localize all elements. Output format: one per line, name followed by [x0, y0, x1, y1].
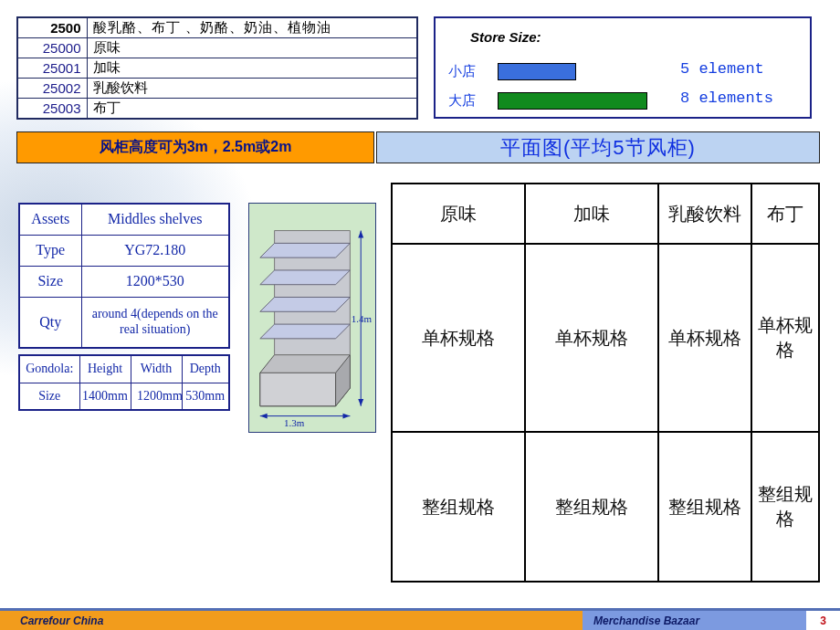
category-name: 酸乳酪、布丁 、奶酪、奶油、植物油	[87, 17, 417, 38]
plano-header: 乳酸饮料	[658, 184, 751, 244]
category-code: 25000	[17, 38, 87, 58]
category-name: 乳酸饮料	[87, 79, 417, 99]
gondola-v1: 1400mm	[79, 383, 131, 410]
footer-mid: Merchandise Bazaar	[583, 611, 806, 630]
svg-marker-6	[260, 298, 351, 312]
plano-cell: 单杯规格	[658, 244, 751, 432]
category-table: 2500 酸乳酪、布丁 、奶酪、奶油、植物油 25000 原味 25001 加味…	[16, 16, 418, 120]
shelf-width-label: 1.3m	[284, 417, 304, 428]
plano-cell: 单杯规格	[525, 244, 658, 432]
svg-marker-9	[358, 231, 363, 238]
table-row: 25003 布丁	[17, 99, 417, 120]
planogram-grid: 原味 加味 乳酸饮料 布丁 单杯规格 单杯规格 单杯规格 单杯规格 整组规格 整…	[391, 183, 820, 583]
assets-label: Assets	[19, 204, 81, 235]
footer-page-number: 3	[806, 611, 840, 630]
size-value: 1200*530	[81, 266, 229, 297]
svg-marker-13	[343, 414, 351, 419]
footer-left: Carrefour China	[0, 611, 583, 630]
plano-header: 布丁	[751, 184, 819, 244]
assets-value: Middles shelves	[81, 204, 229, 235]
svg-marker-1	[260, 373, 336, 405]
small-store-label: 小店	[448, 63, 498, 80]
category-name: 布丁	[87, 99, 417, 120]
type-value: YG72.180	[81, 235, 229, 266]
large-store-bar	[498, 92, 647, 110]
category-code: 25001	[17, 58, 87, 79]
svg-marker-4	[260, 243, 351, 257]
plano-cell: 单杯规格	[751, 244, 819, 432]
table-row: 25001 加味	[17, 58, 417, 79]
small-store-count: 5 element	[680, 60, 764, 78]
shelf-diagram: 1.4m 1.3m	[248, 203, 376, 433]
store-size-row-small: 小店	[448, 60, 576, 82]
category-name: 原味	[87, 38, 417, 58]
large-store-count: 8 elements	[680, 89, 773, 107]
category-code: 25003	[17, 99, 87, 120]
footer-bar: Carrefour China Merchandise Bazaar 3	[0, 608, 840, 630]
table-row: 25002 乳酸饮料	[17, 79, 417, 99]
plano-cell: 整组规格	[658, 432, 751, 582]
banner-planogram-title: 平面图(平均5节风柜)	[376, 131, 820, 163]
plano-cell: 整组规格	[392, 432, 525, 582]
plano-cell: 整组规格	[525, 432, 658, 582]
gondola-h3: Depth	[182, 355, 229, 383]
assets-panel: Assets Middles shelves Type YG72.180 Siz…	[18, 203, 230, 411]
store-size-panel: Store Size: 小店 大店 5 element 8 elements	[434, 16, 812, 119]
plano-cell: 单杯规格	[392, 244, 525, 432]
qty-value: around 4(depends on the real situation)	[81, 297, 229, 348]
table-row: 原味 加味 乳酸饮料 布丁	[392, 184, 819, 244]
shelf-height-label: 1.4m	[352, 313, 372, 324]
table-row: 25000 原味	[17, 38, 417, 58]
table-row: 2500 酸乳酪、布丁 、奶酪、奶油、植物油	[17, 17, 417, 38]
size-label: Size	[19, 266, 81, 297]
gondola-h1: Height	[79, 355, 131, 383]
small-store-bar	[498, 63, 576, 80]
category-name: 加味	[87, 58, 417, 79]
table-row: 单杯规格 单杯规格 单杯规格 单杯规格	[392, 244, 819, 432]
gondola-overlay-text: 1200mm 530mm	[137, 389, 225, 404]
type-label: Type	[19, 235, 81, 266]
gondola-h0: Gondola:	[19, 355, 79, 383]
large-store-label: 大店	[448, 92, 498, 110]
store-size-title: Store Size:	[470, 29, 541, 45]
plano-header: 原味	[392, 184, 525, 244]
svg-marker-5	[260, 270, 351, 285]
assets-table: Assets Middles shelves Type YG72.180 Siz…	[18, 203, 230, 349]
qty-label: Qty	[19, 297, 81, 348]
svg-marker-12	[260, 414, 268, 419]
store-size-row-large: 大店	[448, 89, 647, 111]
banner-height-note: 风柜高度可为3m，2.5m或2m	[16, 131, 374, 163]
plano-cell: 整组规格	[751, 432, 819, 582]
category-code: 25002	[17, 79, 87, 99]
svg-marker-7	[260, 324, 351, 339]
table-row: 整组规格 整组规格 整组规格 整组规格	[392, 432, 819, 582]
gondola-h2: Width	[131, 355, 182, 383]
plano-header: 加味	[525, 184, 658, 244]
category-code: 2500	[17, 17, 87, 38]
gondola-v0: Size	[19, 383, 79, 410]
svg-marker-10	[358, 399, 363, 406]
